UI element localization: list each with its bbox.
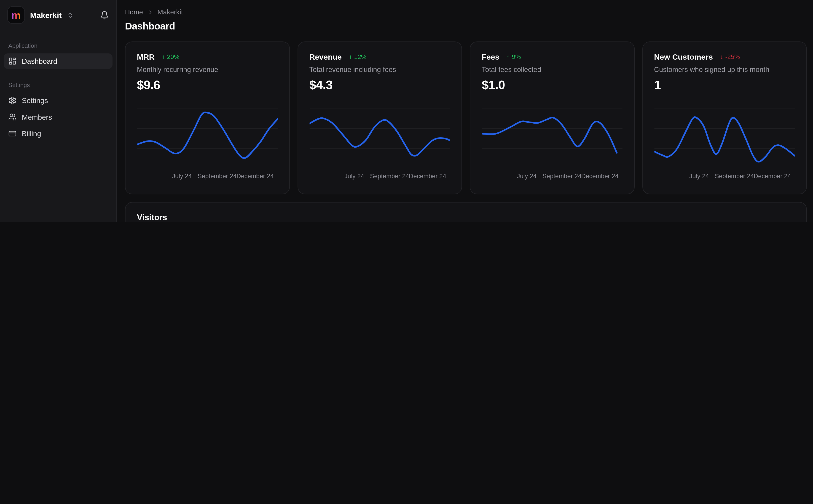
x-tick: December 24 xyxy=(237,172,274,180)
x-tick: July 24 xyxy=(689,172,709,180)
stat-description: Monthly recurring revenue xyxy=(137,66,278,74)
notifications-bell-button[interactable] xyxy=(100,11,109,19)
x-tick: July 24 xyxy=(172,172,191,180)
x-tick: September 24 xyxy=(370,172,409,180)
arrow-up-icon: ↑ xyxy=(349,53,352,60)
stat-value: $1.0 xyxy=(482,78,623,92)
visitors-title: Visitors xyxy=(137,213,795,222)
visitors-card: Visitors Showing total visitors for the … xyxy=(125,202,807,222)
stat-description: Total fees collected xyxy=(482,66,623,74)
gear-icon xyxy=(8,96,16,105)
sidebar-section-application: Application xyxy=(0,42,116,49)
trend-badge: ↓ -25% xyxy=(720,53,740,60)
stat-description: Total revenue including fees xyxy=(309,66,450,74)
makerkit-dashboard-app: m Makerkit Application Dashboard Setting… xyxy=(0,0,813,222)
page-title: Dashboard xyxy=(125,21,807,32)
workspace-selector[interactable]: m Makerkit xyxy=(0,0,116,30)
fees-sparkline-chart xyxy=(482,106,623,170)
trend-badge: ↑ 20% xyxy=(162,53,179,60)
sidebar-section-settings: Settings xyxy=(0,82,116,88)
makerkit-logo: m xyxy=(7,6,25,24)
credit-card-icon xyxy=(8,130,16,138)
x-tick: September 24 xyxy=(715,172,754,180)
sidebar-item-settings[interactable]: Settings xyxy=(4,93,112,108)
sidebar: m Makerkit Application Dashboard Setting… xyxy=(0,0,117,222)
x-axis-labels: July 24 September 24 December 24 xyxy=(309,172,450,181)
stat-card-mrr: MRR ↑ 20% Monthly recurring revenue $9.6… xyxy=(125,41,290,194)
sidebar-item-label: Dashboard xyxy=(22,57,57,65)
stat-value: $4.3 xyxy=(309,78,450,92)
arrow-up-icon: ↑ xyxy=(507,53,510,60)
stat-value: $9.6 xyxy=(137,78,278,92)
stat-title: New Customers xyxy=(654,52,713,61)
breadcrumb: Home Makerkit xyxy=(125,8,807,16)
arrow-down-icon: ↓ xyxy=(720,53,723,60)
sidebar-item-label: Members xyxy=(22,113,52,121)
stat-card-revenue: Revenue ↑ 12% Total revenue including fe… xyxy=(297,41,462,194)
layout-dashboard-icon xyxy=(8,57,16,65)
stat-title: MRR xyxy=(137,52,154,61)
sidebar-item-members[interactable]: Members xyxy=(4,109,112,125)
workspace-name: Makerkit xyxy=(30,11,61,19)
chevron-right-icon xyxy=(147,9,153,15)
breadcrumb-current: Makerkit xyxy=(157,8,183,16)
new-customers-sparkline-chart xyxy=(654,106,795,170)
x-tick: December 24 xyxy=(754,172,791,180)
mrr-sparkline-chart xyxy=(137,106,278,170)
trend-badge: ↑ 12% xyxy=(349,53,367,60)
trend-badge: ↑ 9% xyxy=(507,53,521,60)
x-tick: July 24 xyxy=(344,172,364,180)
stat-cards-row: MRR ↑ 20% Monthly recurring revenue $9.6… xyxy=(125,41,807,194)
stat-card-new-customers: New Customers ↓ -25% Customers who signe… xyxy=(642,41,807,194)
x-tick: September 24 xyxy=(542,172,581,180)
chevrons-up-down-icon xyxy=(67,12,73,18)
trend-value: 20% xyxy=(167,53,179,60)
stat-card-fees: Fees ↑ 9% Total fees collected $1.0 July… xyxy=(470,41,635,194)
stat-description: Customers who signed up this month xyxy=(654,66,795,74)
sidebar-item-label: Billing xyxy=(22,130,41,138)
stat-value: 1 xyxy=(654,78,795,92)
users-icon xyxy=(8,113,16,121)
main-content: Home Makerkit Dashboard MRR ↑ 20% Monthl… xyxy=(117,0,813,222)
x-axis-labels: July 24 September 24 December 24 xyxy=(654,172,795,181)
x-tick: December 24 xyxy=(409,172,446,180)
bell-icon xyxy=(100,11,109,19)
breadcrumb-home-link[interactable]: Home xyxy=(125,8,143,16)
x-axis-labels: July 24 September 24 December 24 xyxy=(482,172,623,181)
stat-title: Fees xyxy=(482,52,499,61)
sidebar-item-billing[interactable]: Billing xyxy=(4,126,112,141)
sidebar-item-dashboard[interactable]: Dashboard xyxy=(4,53,112,69)
x-axis-labels: July 24 September 24 December 24 xyxy=(137,172,278,181)
arrow-up-icon: ↑ xyxy=(162,53,165,60)
revenue-sparkline-chart xyxy=(309,106,450,170)
stat-title: Revenue xyxy=(309,52,342,61)
trend-value: -25% xyxy=(725,53,740,60)
sidebar-item-label: Settings xyxy=(22,96,48,105)
x-tick: December 24 xyxy=(581,172,619,180)
trend-value: 9% xyxy=(512,53,521,60)
x-tick: September 24 xyxy=(197,172,237,180)
x-tick: July 24 xyxy=(517,172,536,180)
trend-value: 12% xyxy=(354,53,367,60)
